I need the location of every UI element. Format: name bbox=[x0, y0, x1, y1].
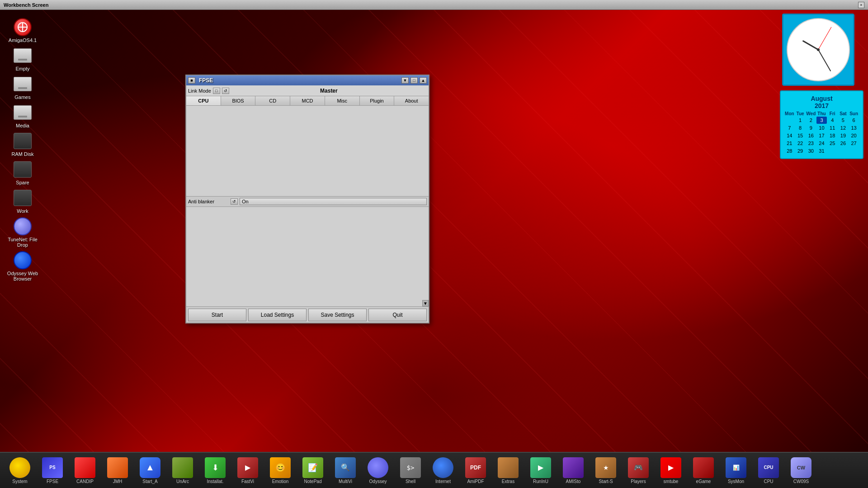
cal-day-8[interactable]: 8 bbox=[795, 124, 806, 131]
fpse-start-button[interactable]: Start bbox=[188, 309, 246, 321]
cal-day-22[interactable]: 22 bbox=[795, 140, 806, 147]
toolbar-refresh[interactable]: ↺ bbox=[222, 88, 229, 94]
cal-day-20[interactable]: 20 bbox=[849, 132, 859, 139]
cal-day-27[interactable]: 27 bbox=[849, 140, 859, 147]
taskbar-item-smtube[interactable]: ▶ smtube bbox=[656, 454, 686, 487]
cal-day-5[interactable]: 5 bbox=[838, 117, 849, 124]
desktop-icon-tunenet[interactable]: TuneNet: File Drop bbox=[2, 217, 43, 248]
fpse-save-settings-button[interactable]: Save Settings bbox=[308, 309, 367, 321]
start-s-icon: ★ bbox=[595, 457, 616, 478]
cal-day-30[interactable]: 30 bbox=[806, 147, 816, 155]
cal-day-9[interactable]: 9 bbox=[806, 124, 816, 131]
taskbar-item-multivi[interactable]: 🔍 MultiVi bbox=[330, 454, 361, 487]
taskbar-item-internet[interactable]: Internet bbox=[428, 454, 458, 487]
desktop-icon-games[interactable]: Games bbox=[2, 75, 43, 100]
cal-day-1[interactable]: 1 bbox=[795, 117, 806, 124]
tab-misc[interactable]: Misc bbox=[325, 96, 360, 105]
cal-day-25[interactable]: 25 bbox=[827, 140, 838, 147]
cal-day-17[interactable]: 17 bbox=[816, 132, 827, 139]
extras-label: Extras bbox=[502, 479, 514, 484]
cal-day-31[interactable]: 31 bbox=[816, 147, 827, 155]
cal-day-18[interactable]: 18 bbox=[827, 132, 838, 139]
notepad-icon: 📝 bbox=[302, 457, 323, 478]
fpse-load-settings-button[interactable]: Load Settings bbox=[248, 309, 307, 321]
empty-label: Empty bbox=[15, 66, 29, 71]
cal-day-21[interactable]: 21 bbox=[784, 140, 795, 147]
taskbar-item-cw[interactable]: CW CW09S bbox=[786, 454, 816, 487]
desktop-icon-spare[interactable]: Spare bbox=[2, 160, 43, 185]
fpse-scroll-arrow[interactable]: ▼ bbox=[422, 300, 429, 306]
taskbar-item-runinu[interactable]: ▶ RunInU bbox=[525, 454, 556, 487]
link-mode-toggle[interactable]: □ bbox=[213, 88, 220, 94]
cal-day-13[interactable]: 13 bbox=[849, 124, 859, 131]
desktop-icon-amigaos[interactable]: AmigaOS4.1 bbox=[2, 18, 43, 43]
titlebar-text: Workbench Screen bbox=[4, 2, 48, 8]
taskbar-item-extras[interactable]: Extras bbox=[493, 454, 524, 487]
taskbar-item-odyssey-tb[interactable]: Odyssey bbox=[363, 454, 393, 487]
cal-day-4[interactable]: 4 bbox=[827, 117, 838, 124]
taskbar-item-fastvi[interactable]: ▶ FastVi bbox=[232, 454, 263, 487]
cal-day-23[interactable]: 23 bbox=[806, 140, 816, 147]
taskbar-item-system[interactable]: System bbox=[5, 454, 35, 487]
taskbar: System PS FPSE CANDIP JMH ▲ Start_A bbox=[0, 452, 868, 488]
taskbar-item-unarc[interactable]: UnArc bbox=[167, 454, 198, 487]
taskbar-item-installat[interactable]: ⬇ Installat. bbox=[200, 454, 231, 487]
taskbar-item-cpu[interactable]: CPU CPU bbox=[753, 454, 784, 487]
link-mode-label: Link Mode bbox=[188, 88, 211, 94]
taskbar-item-start-s[interactable]: ★ Start-S bbox=[590, 454, 621, 487]
cal-day-7[interactable]: 7 bbox=[784, 124, 795, 131]
taskbar-item-shell[interactable]: $> Shell bbox=[395, 454, 426, 487]
cal-day-24[interactable]: 24 bbox=[816, 140, 827, 147]
cal-day-empty1 bbox=[784, 117, 795, 124]
taskbar-item-candip[interactable]: CANDIP bbox=[70, 454, 100, 487]
cal-day-29[interactable]: 29 bbox=[795, 147, 806, 155]
taskbar-item-jmh[interactable]: JMH bbox=[102, 454, 133, 487]
cal-day-15[interactable]: 15 bbox=[795, 132, 806, 139]
tab-about[interactable]: About bbox=[394, 96, 429, 105]
fpse-zoom-button[interactable]: ▲ bbox=[420, 77, 427, 84]
fpse-size-button[interactable]: □ bbox=[410, 77, 418, 84]
cal-day-14[interactable]: 14 bbox=[784, 132, 795, 139]
tab-cd[interactable]: CD bbox=[255, 96, 290, 105]
fpse-close-button[interactable]: ■ bbox=[188, 77, 195, 84]
desktop-icon-ramdisk[interactable]: RAM Disk bbox=[2, 132, 43, 157]
cal-day-6[interactable]: 6 bbox=[849, 117, 859, 124]
start-a-icon: ▲ bbox=[140, 457, 160, 478]
taskbar-item-sysmon[interactable]: 📊 SysMon bbox=[721, 454, 751, 487]
fpse-quit-button[interactable]: Quit bbox=[368, 309, 427, 321]
taskbar-item-fpse[interactable]: PS FPSE bbox=[37, 454, 68, 487]
anti-blanker-toggle[interactable]: ↺ bbox=[231, 198, 238, 205]
taskbar-item-emotion[interactable]: 😊 Emotion bbox=[265, 454, 296, 487]
cal-day-12[interactable]: 12 bbox=[838, 124, 849, 131]
desktop-icon-work[interactable]: Work bbox=[2, 189, 43, 214]
cal-day-11[interactable]: 11 bbox=[827, 124, 838, 131]
desktop-icon-media[interactable]: Media bbox=[2, 103, 43, 128]
cal-day-19[interactable]: 19 bbox=[838, 132, 849, 139]
cal-day-3[interactable]: 3 bbox=[816, 117, 827, 124]
cal-day-empty4 bbox=[849, 147, 859, 155]
unarc-label: UnArc bbox=[176, 479, 189, 484]
smtube-label: smtube bbox=[664, 479, 679, 484]
tab-plugin[interactable]: Plugin bbox=[360, 96, 395, 105]
tab-bios[interactable]: BIOS bbox=[221, 96, 256, 105]
titlebar-close-button[interactable]: × bbox=[858, 2, 864, 8]
tab-cpu[interactable]: CPU bbox=[186, 96, 221, 105]
taskbar-item-amisto[interactable]: AMISto bbox=[558, 454, 589, 487]
games-label: Games bbox=[14, 94, 30, 100]
taskbar-item-egame[interactable]: eGame bbox=[688, 454, 719, 487]
tab-mcd[interactable]: MCD bbox=[290, 96, 325, 105]
taskbar-item-notepad[interactable]: 📝 NotePad bbox=[297, 454, 328, 487]
cal-day-2[interactable]: 2 bbox=[806, 117, 816, 124]
cal-day-28[interactable]: 28 bbox=[784, 147, 795, 155]
taskbar-item-start-a[interactable]: ▲ Start_A bbox=[135, 454, 165, 487]
taskbar-item-players[interactable]: 🎮 Players bbox=[623, 454, 654, 487]
desktop-icon-empty[interactable]: Empty bbox=[2, 47, 43, 71]
taskbar-item-amipdf[interactable]: PDF AmiPDF bbox=[460, 454, 491, 487]
desktop-icon-odyssey[interactable]: Odyssey Web Browser bbox=[2, 251, 43, 282]
cal-day-16[interactable]: 16 bbox=[806, 132, 816, 139]
fpse-minimize-button[interactable]: ▼ bbox=[401, 77, 409, 84]
cal-day-26[interactable]: 26 bbox=[838, 140, 849, 147]
cpu-taskbar-label: CPU bbox=[764, 479, 773, 484]
cal-day-10[interactable]: 10 bbox=[816, 124, 827, 131]
cal-header-thu: Thu bbox=[816, 111, 827, 116]
